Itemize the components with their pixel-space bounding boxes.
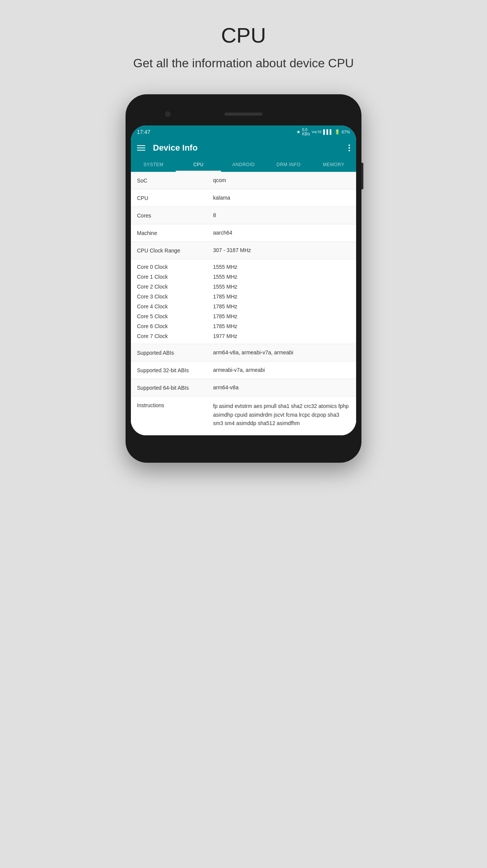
clock-label: Core 6 Clock [137, 323, 213, 329]
clock-label: Core 7 Clock [137, 333, 213, 339]
tab-android[interactable]: ANDROID [221, 157, 266, 172]
row-value: kalama [213, 195, 350, 201]
row-label: SoC [137, 177, 213, 184]
table-row: Supported ABIs arm64-v8a, armeabi-v7a, a… [131, 344, 356, 362]
clock-value: 1785 MHz [213, 313, 237, 319]
row-label: Supported 32-bit ABIs [137, 367, 213, 373]
hamburger-line-1 [137, 145, 145, 146]
row-label: Cores [137, 212, 213, 219]
volte-icon: VoLTE [312, 130, 321, 134]
phone-camera [165, 111, 170, 117]
more-dot [349, 144, 350, 146]
clock-label: Core 4 Clock [137, 303, 213, 309]
phone-side-button [361, 163, 363, 189]
row-label: Instructions [137, 402, 213, 408]
clock-label: Core 1 Clock [137, 274, 213, 280]
row-value: arm64-v8a, armeabi-v7a, armeabi [213, 349, 350, 355]
table-row: Cores 8 [131, 207, 356, 224]
row-label: Machine [137, 230, 213, 236]
table-row: Instructions fp asimd evtstrm aes pmull … [131, 397, 356, 435]
row-label: CPU [137, 195, 213, 201]
content-area: SoC qcom CPU kalama Cores 8 Machine aarc… [131, 172, 356, 435]
row-label: CPU Clock Range [137, 247, 213, 254]
row-value: arm64-v8a [213, 384, 350, 390]
clock-label: Core 2 Clock [137, 284, 213, 290]
row-value: fp asimd evtstrm aes pmull sha1 sha2 crc… [213, 402, 350, 427]
phone-screen: 17:47 ★ 0.0KB/s VoLTE ▌▌▌ 🔋 67% Device I… [131, 125, 356, 435]
table-row: CPU Clock Range 307 - 3187 MHz [131, 242, 356, 259]
table-row: Core 4 Clock 1785 MHz [131, 301, 356, 311]
battery-percent: 67% [342, 130, 350, 134]
clock-value: 1785 MHz [213, 303, 237, 309]
table-row: Core 7 Clock 1977 MHz [131, 331, 356, 344]
app-bar-title: Device Info [153, 143, 341, 153]
phone-bottom-bezel [131, 435, 356, 454]
clock-value: 1785 MHz [213, 294, 237, 300]
tab-cpu[interactable]: CPU [176, 157, 221, 172]
table-row: CPU kalama [131, 189, 356, 207]
more-dot [349, 147, 350, 149]
row-value: qcom [213, 177, 350, 183]
clock-label: Core 0 Clock [137, 264, 213, 270]
page-subtitle: Get all the information about device CPU [133, 55, 354, 71]
table-row: Machine aarch64 [131, 224, 356, 242]
clock-value: 1785 MHz [213, 323, 237, 329]
clock-value: 1555 MHz [213, 284, 237, 290]
clock-value: 1555 MHz [213, 264, 237, 270]
page-title: CPU [221, 23, 266, 48]
table-row: Supported 32-bit ABIs armeabi-v7a, armea… [131, 362, 356, 379]
table-row: Supported 64-bit ABIs arm64-v8a [131, 379, 356, 397]
phone-mockup: 17:47 ★ 0.0KB/s VoLTE ▌▌▌ 🔋 67% Device I… [126, 94, 361, 463]
signal-icon: ▌▌▌ [323, 129, 333, 135]
tab-memory[interactable]: MEMORY [311, 157, 356, 172]
row-label: Supported ABIs [137, 349, 213, 356]
hamburger-button[interactable] [137, 145, 145, 151]
row-value: aarch64 [213, 230, 350, 236]
table-row: Core 0 Clock 1555 MHz [131, 259, 356, 272]
status-bar: 17:47 ★ 0.0KB/s VoLTE ▌▌▌ 🔋 67% [131, 125, 356, 138]
core-clocks-section: Core 0 Clock 1555 MHz Core 1 Clock 1555 … [131, 259, 356, 344]
clock-value: 1977 MHz [213, 333, 237, 339]
clock-label: Core 5 Clock [137, 313, 213, 319]
more-options-button[interactable] [349, 144, 350, 151]
table-row: Core 3 Clock 1785 MHz [131, 292, 356, 301]
hamburger-line-2 [137, 148, 145, 148]
tab-system[interactable]: SYSTEM [131, 157, 176, 172]
table-row: Core 2 Clock 1555 MHz [131, 282, 356, 292]
clock-value: 1555 MHz [213, 274, 237, 280]
hamburger-line-3 [137, 150, 145, 151]
row-label: Supported 64-bit ABIs [137, 384, 213, 391]
table-row: Core 5 Clock 1785 MHz [131, 311, 356, 321]
table-row: SoC qcom [131, 172, 356, 189]
clock-label: Core 3 Clock [137, 294, 213, 300]
row-value: 8 [213, 212, 350, 218]
status-time: 17:47 [137, 129, 150, 135]
row-value: 307 - 3187 MHz [213, 247, 350, 253]
row-value: armeabi-v7a, armeabi [213, 367, 350, 373]
battery-icon: 🔋 [334, 129, 340, 135]
more-dot [349, 150, 350, 151]
phone-top-bezel [131, 103, 356, 125]
tab-drm-info[interactable]: DRM INFO [266, 157, 311, 172]
data-icon: 0.0KB/s [302, 128, 310, 136]
bluetooth-icon: ★ [296, 129, 301, 135]
table-row: Core 1 Clock 1555 MHz [131, 272, 356, 282]
phone-speaker [224, 113, 263, 116]
app-bar: Device Info [131, 138, 356, 157]
tabs-bar: SYSTEM CPU ANDROID DRM INFO MEMORY [131, 157, 356, 172]
status-icons: ★ 0.0KB/s VoLTE ▌▌▌ 🔋 67% [296, 128, 350, 136]
table-row: Core 6 Clock 1785 MHz [131, 321, 356, 331]
